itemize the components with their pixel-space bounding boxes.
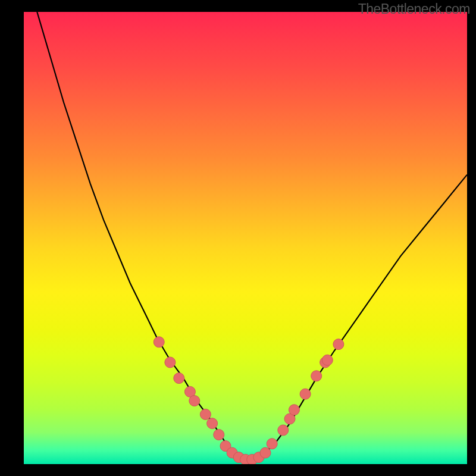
curve-marker bbox=[214, 430, 224, 440]
curve-marker bbox=[165, 357, 176, 368]
curve-marker bbox=[267, 439, 277, 449]
watermark-text: TheBottleneck.com bbox=[358, 1, 470, 17]
curve-marker bbox=[278, 425, 289, 436]
curve-markers bbox=[154, 337, 344, 464]
curve-marker bbox=[154, 337, 164, 347]
curve-marker bbox=[322, 355, 333, 365]
plot-area bbox=[24, 12, 467, 464]
curve-marker bbox=[200, 409, 211, 419]
chart-stage: TheBottleneck.com bbox=[0, 0, 476, 476]
curve-marker bbox=[333, 339, 344, 350]
curve-marker bbox=[311, 371, 322, 381]
curve-marker bbox=[189, 396, 200, 406]
chart-svg bbox=[24, 12, 467, 464]
curve-marker bbox=[289, 405, 299, 415]
curve-marker bbox=[260, 447, 271, 458]
curve-marker bbox=[174, 373, 184, 384]
bottleneck-curve bbox=[37, 12, 467, 459]
curve-marker bbox=[300, 389, 311, 399]
curve-marker bbox=[207, 418, 218, 429]
